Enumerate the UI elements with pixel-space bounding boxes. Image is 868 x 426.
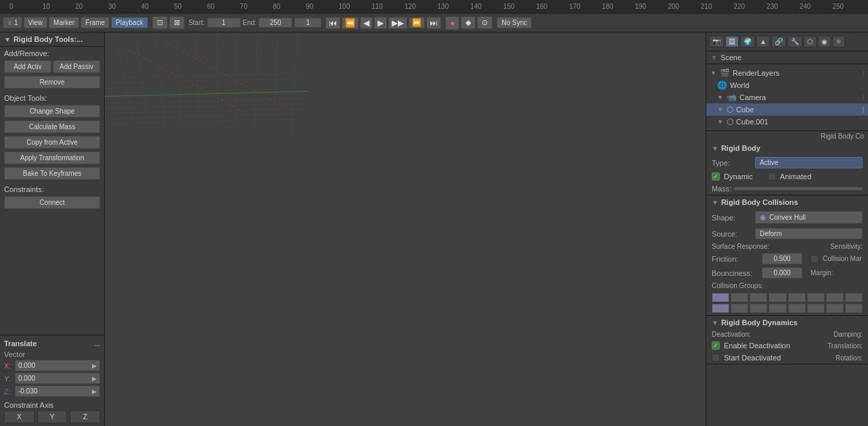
rp-constraint-icon-btn[interactable]: 🔗 [771, 36, 786, 47]
cg-1[interactable] [712, 293, 729, 302]
z-axis-input[interactable]: -0.030 ▶ [15, 385, 100, 397]
sidebar-collapse-arrow[interactable]: ▼ [4, 36, 11, 43]
cg-4[interactable] [769, 293, 786, 302]
prev-keyframe-btn[interactable]: ⏪ [342, 17, 359, 29]
sync-toggle[interactable]: ⊙ [477, 16, 493, 29]
tree-world[interactable]: 🌐 World [706, 79, 868, 91]
play-btn[interactable]: ▶ [374, 17, 387, 29]
cg-15[interactable] [826, 304, 844, 313]
cg-12[interactable] [769, 304, 786, 313]
start-deactivated-checkbox[interactable] [712, 354, 720, 362]
cg-7[interactable] [826, 293, 844, 302]
rp-camera-icon-btn[interactable]: 📷 [709, 36, 724, 47]
next-keyframe-btn[interactable]: ⏩ [409, 17, 425, 28]
jump-to-end-btn[interactable]: ⏭ [426, 17, 441, 29]
mass-input[interactable] [734, 187, 863, 191]
enable-deactivation-row: ✓ Enable Deactivation Translation: [706, 339, 868, 352]
dynamic-checkbox[interactable]: ✓ [712, 172, 720, 181]
record-btn[interactable]: ● [445, 16, 459, 30]
current-frame-input[interactable]: 1 [294, 18, 321, 28]
tree-cube001[interactable]: ▼ ⬡ Cube.001 [706, 116, 868, 128]
cg-11[interactable] [750, 304, 767, 313]
y-axis-input[interactable]: 0.000 ▶ [15, 373, 100, 384]
tick-60: 60 [207, 3, 240, 10]
tick-160: 160 [536, 3, 570, 10]
source-row: Source: Deform [706, 226, 868, 241]
rbc-section-arrow: ▼ [712, 199, 718, 206]
rigid-body-title: Rigid Body [721, 144, 760, 152]
view-type-toggle[interactable]: ⊡ [152, 16, 168, 29]
y-constraint-btn[interactable]: Y [37, 410, 68, 423]
rp-world-icon-btn[interactable]: 🌍 [740, 36, 755, 47]
mass-label: Mass: [712, 185, 731, 193]
frame-counter[interactable]: ⏸ 1 [3, 17, 22, 28]
playback-menu[interactable]: Playback [111, 17, 148, 28]
animated-checkbox[interactable] [768, 172, 776, 181]
scene-header: ▼ Scene [706, 51, 868, 64]
type-dropdown[interactable]: Active [755, 157, 863, 168]
z-constraint-btn[interactable]: Z [70, 410, 100, 423]
tick-20: 20 [75, 3, 108, 10]
cg-16[interactable] [845, 304, 863, 313]
calculate-mass-btn[interactable]: Calculate Mass [4, 120, 100, 133]
shape-dropdown[interactable]: ◉ Convex Hull [755, 211, 863, 224]
rbd-title: Rigid Body Dynamics [721, 318, 798, 327]
tree-camera[interactable]: ▼ 📹 Camera | [706, 91, 868, 103]
collision-margin-checkbox[interactable] [810, 255, 819, 263]
add-active-btn[interactable]: Add Activ [4, 60, 51, 73]
rp-physics-icon-btn[interactable]: ⚛ [832, 36, 845, 47]
cg-5[interactable] [788, 293, 806, 302]
bake-to-keyframes-btn[interactable]: Bake To Keyframes [4, 167, 100, 180]
connect-btn[interactable]: Connect [4, 196, 100, 209]
cg-8[interactable] [845, 293, 863, 302]
rigid-body-header[interactable]: ▼ Rigid Body [706, 141, 868, 155]
change-shape-btn[interactable]: Change Shape [4, 105, 100, 118]
sync-dropdown[interactable]: No Sync [497, 17, 532, 28]
rb-section-arrow: ▼ [712, 145, 718, 152]
x-axis-input[interactable]: 0.000 ▶ [15, 360, 100, 371]
cg-14[interactable] [807, 304, 825, 313]
rp-material-icon-btn[interactable]: ◉ [818, 36, 831, 47]
prev-frame-btn[interactable]: ◀ [360, 17, 373, 29]
x-constraint-btn[interactable]: X [4, 410, 35, 423]
rbc-header[interactable]: ▼ Rigid Body Collisions [706, 195, 868, 209]
keyframe-btn[interactable]: ◆ [461, 16, 476, 29]
damping-header-label: Damping: [833, 331, 863, 338]
bounciness-input[interactable]: 0.000 [762, 267, 802, 279]
cg-13[interactable] [788, 304, 806, 313]
next-frame-btn[interactable]: ▶▶ [388, 17, 407, 29]
viewport[interactable]: User Ortho [105, 32, 706, 426]
rp-modifier-icon-btn[interactable]: 🔧 [787, 36, 802, 47]
tick-170: 170 [569, 3, 602, 10]
cg-10[interactable] [731, 304, 748, 313]
frame-menu[interactable]: Frame [81, 17, 110, 28]
apply-transformation-btn[interactable]: Apply Transformation [4, 151, 100, 164]
rp-data-icon-btn[interactable]: ⬡ [804, 36, 817, 47]
cg-2[interactable] [731, 293, 748, 302]
z-val: -0.030 [18, 387, 37, 395]
rigid-body-collisions-section: ▼ Rigid Body Collisions Shape: ◉ Convex … [706, 195, 868, 316]
rbd-header[interactable]: ▼ Rigid Body Dynamics [706, 316, 868, 329]
source-dropdown[interactable]: Deform [755, 228, 863, 239]
jump-to-start-btn[interactable]: ⏮ [325, 17, 340, 29]
shape-row: Shape: ◉ Convex Hull [706, 209, 868, 226]
rp-object-icon-btn[interactable]: ▲ [756, 36, 770, 47]
start-frame-input[interactable]: 1 [207, 18, 241, 28]
x-axis-label: X: [4, 362, 15, 370]
cg-9[interactable] [712, 304, 729, 313]
view-sync-toggle[interactable]: ⊠ [169, 16, 185, 29]
end-frame-input[interactable]: 250 [258, 18, 292, 28]
cg-3[interactable] [750, 293, 767, 302]
tree-cube[interactable]: ▼ ⬡ Cube | [706, 103, 868, 116]
view-menu[interactable]: View [24, 17, 48, 28]
tree-render-layers[interactable]: ▼ 🎬 RenderLayers | [706, 67, 868, 79]
add-passive-btn[interactable]: Add Passiv [53, 60, 100, 73]
marker-menu[interactable]: Marker [49, 17, 79, 28]
copy-from-active-btn[interactable]: Copy from Active [4, 136, 100, 149]
cg-6[interactable] [807, 293, 825, 302]
rp-render-icon-btn[interactable]: 🖼 [725, 36, 739, 47]
remove-btn[interactable]: Remove [4, 76, 100, 89]
enable-deactivation-checkbox[interactable]: ✓ [712, 341, 720, 350]
friction-input[interactable]: 0.500 [762, 253, 802, 264]
friction-label: Friction: [712, 255, 759, 263]
